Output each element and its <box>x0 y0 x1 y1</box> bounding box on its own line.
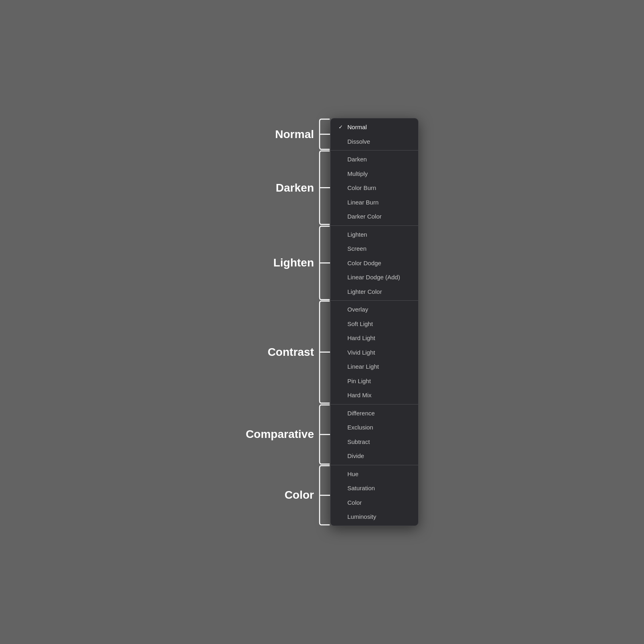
menu-item-label: Overlay <box>347 305 368 314</box>
menu-item-darker-color[interactable]: Darker Color <box>330 209 418 224</box>
section-normal: ✓NormalDissolve <box>330 118 418 150</box>
section-darken: DarkenMultiplyColor BurnLinear BurnDarke… <box>330 150 418 225</box>
group-label-wrapper-normal: Normal <box>275 118 330 150</box>
menu-item-luminosity[interactable]: Luminosity <box>330 510 418 524</box>
menu-item-pin-light[interactable]: Pin Light <box>330 374 418 388</box>
menu-item-overlay[interactable]: Overlay <box>330 302 418 317</box>
bracket-icon <box>319 118 330 150</box>
group-label-comparative: Comparative <box>246 428 319 441</box>
section-comparative: DifferenceExclusionSubtractDivide <box>330 404 418 465</box>
menu-item-color-burn[interactable]: Color Burn <box>330 181 418 195</box>
menu-item-label: Darker Color <box>347 213 382 221</box>
group-label-contrast: Contrast <box>268 346 319 359</box>
menu-item-label: Hue <box>347 470 359 478</box>
menu-item-color-dodge[interactable]: Color Dodge <box>330 256 418 270</box>
check-mark-icon: ✓ <box>339 124 344 131</box>
menu-item-label: Color <box>347 499 362 507</box>
menu-item-lighter-color[interactable]: Lighter Color <box>330 285 418 299</box>
menu-item-lighten[interactable]: Lighten <box>330 227 418 242</box>
menu-item-label: Lighter Color <box>347 288 382 296</box>
menu-item-label: Lighten <box>347 231 367 239</box>
menu-item-dissolve[interactable]: Dissolve <box>330 134 418 149</box>
menu-item-label: Soft Light <box>347 320 373 328</box>
menu-item-multiply[interactable]: Multiply <box>330 167 418 181</box>
menu-item-hard-light[interactable]: Hard Light <box>330 331 418 345</box>
menu-item-hue[interactable]: Hue <box>330 467 418 481</box>
menu-item-label: Divide <box>347 452 364 460</box>
section-lighten: LightenScreenColor DodgeLinear Dodge (Ad… <box>330 225 418 301</box>
bracket-icon <box>319 465 330 526</box>
bracket-icon <box>319 300 330 404</box>
menu-item-label: Screen <box>347 245 367 253</box>
group-label-wrapper-darken: Darken <box>276 150 330 225</box>
group-label-darken: Darken <box>276 182 319 194</box>
menu-item-label: Darken <box>347 155 367 163</box>
menu-item-label: Linear Dodge (Add) <box>347 273 400 281</box>
menu-item-hard-mix[interactable]: Hard Mix <box>330 388 418 402</box>
menu-item-label: Exclusion <box>347 423 373 431</box>
menu-item-label: Linear Light <box>347 363 379 371</box>
menu-item-label: Multiply <box>347 170 368 178</box>
menu-item-label: Color Dodge <box>347 259 381 267</box>
menu-item-darken[interactable]: Darken <box>330 152 418 167</box>
menu-item-label: Color Burn <box>347 184 376 192</box>
menu-item-soft-light[interactable]: Soft Light <box>330 317 418 331</box>
menu-item-label: Saturation <box>347 484 375 492</box>
menu-item-label: Subtract <box>347 438 370 446</box>
group-label-lighten: Lighten <box>273 256 319 269</box>
menu-item-difference[interactable]: Difference <box>330 406 418 421</box>
bracket-icon <box>319 150 330 225</box>
menu-item-vivid-light[interactable]: Vivid Light <box>330 345 418 360</box>
blend-mode-dropdown: ✓NormalDissolveDarkenMultiplyColor BurnL… <box>330 118 419 526</box>
bracket-icon <box>319 225 330 301</box>
menu-item-label: Hard Mix <box>347 391 372 399</box>
menu-item-label: Luminosity <box>347 513 376 521</box>
section-color: HueSaturationColorLuminosity <box>330 465 418 526</box>
group-label-color: Color <box>285 489 319 502</box>
group-label-wrapper-contrast: Contrast <box>268 300 330 404</box>
menu-item-divide[interactable]: Divide <box>330 449 418 463</box>
menu-item-label: Difference <box>347 409 375 417</box>
menu-item-label: Vivid Light <box>347 349 375 357</box>
menu-item-linear-burn[interactable]: Linear Burn <box>330 195 418 210</box>
group-label-wrapper-color: Color <box>285 465 330 526</box>
menu-item-label: Dissolve <box>347 138 370 146</box>
menu-item-label: Linear Burn <box>347 198 379 206</box>
menu-item-saturation[interactable]: Saturation <box>330 481 418 495</box>
menu-item-linear-dodge-add[interactable]: Linear Dodge (Add) <box>330 270 418 285</box>
group-label-wrapper-comparative: Comparative <box>246 404 330 465</box>
menu-item-screen[interactable]: Screen <box>330 242 418 256</box>
menu-item-subtract[interactable]: Subtract <box>330 435 418 449</box>
menu-item-exclusion[interactable]: Exclusion <box>330 420 418 435</box>
bracket-icon <box>319 404 330 465</box>
group-label-normal: Normal <box>275 128 319 141</box>
menu-item-label: Normal <box>347 123 367 131</box>
section-contrast: OverlaySoft LightHard LightVivid LightLi… <box>330 300 418 404</box>
menu-item-label: Hard Light <box>347 334 375 342</box>
group-label-wrapper-lighten: Lighten <box>273 225 330 301</box>
menu-item-color[interactable]: Color <box>330 495 418 510</box>
menu-item-linear-light[interactable]: Linear Light <box>330 359 418 374</box>
menu-item-label: Pin Light <box>347 377 371 385</box>
menu-item-normal[interactable]: ✓Normal <box>330 120 418 134</box>
blend-mode-selector: NormalDarkenLightenContrastComparativeCo… <box>225 118 419 526</box>
